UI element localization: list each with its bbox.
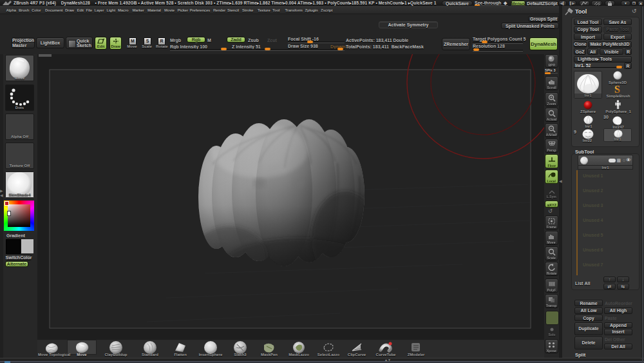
svg-text:S: S bbox=[614, 84, 620, 94]
